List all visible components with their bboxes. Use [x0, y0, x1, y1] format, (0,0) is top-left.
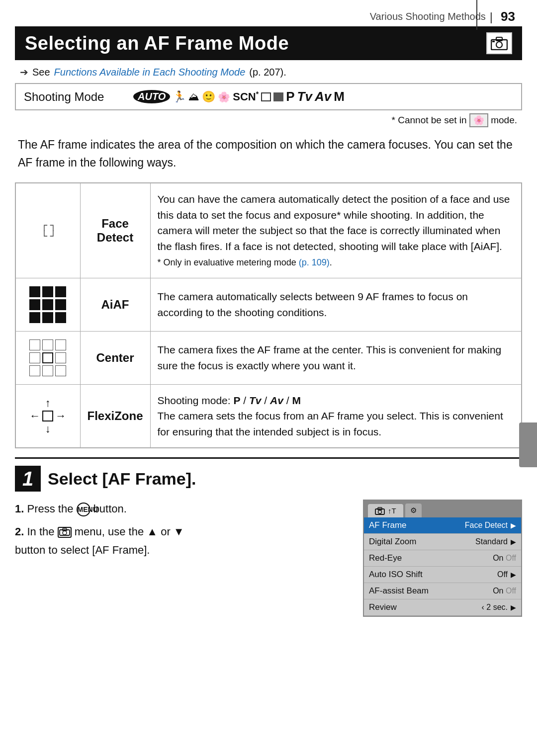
step-number: 1: [15, 466, 41, 492]
flexizone-desc: Shooting mode: P / Tv / Av / M The camer…: [150, 384, 522, 448]
mode-sq1: [261, 92, 271, 101]
cam-row-value: On Off: [493, 587, 516, 595]
table-row: ┌ ┐└ ┘ FaceDetect You can have the camer…: [15, 183, 522, 278]
page-header: Various Shooting Methods | 93: [0, 0, 537, 26]
mode-macro-icon: 🌸: [218, 91, 230, 103]
cam-menu-row-review: Review ‹ 2 sec. ▶: [364, 599, 521, 616]
aiaf-icon-cell: [15, 278, 80, 331]
cam-tab-label: ↑T: [388, 506, 396, 515]
camera-menu-screenshot: ↑T ⚙ AF Frame Face Detect ▶ Digital Zoom…: [363, 500, 522, 617]
camera-icon: [491, 36, 508, 50]
cam-row-label: AF Frame: [369, 520, 465, 530]
aiaf-grid-icon: [23, 286, 73, 323]
cam-row-label: AF-assist Beam: [369, 586, 493, 596]
face-detect-name: FaceDetect: [80, 183, 150, 278]
shooting-mode-row: Shooting Mode AUTO 🏃 ⛰ 🙂 🌸 SCN* P Tv Av …: [15, 83, 522, 110]
svg-point-5: [63, 531, 67, 535]
see-also-line: ➔ See Functions Available in Each Shooti…: [0, 60, 537, 83]
step-1-content: 1. Press the MENU button. 2. In the: [15, 500, 522, 617]
svg-point-1: [496, 42, 502, 48]
mode-p: P: [286, 89, 294, 104]
page-title: Selecting an AF Frame Mode: [25, 33, 289, 54]
cam-row-arrow: ▶: [511, 571, 516, 579]
see-also-prefix: See: [32, 67, 50, 78]
mode-auto-icon: AUTO: [133, 90, 170, 103]
center-grid-icon: [23, 339, 73, 376]
table-row: ↑ ← → ↓ FlexiZone Shooting mode: P / Tv …: [15, 384, 522, 448]
center-icon-cell: [15, 331, 80, 384]
face-detect-brackets: ┌ ┐└ ┘: [23, 220, 73, 242]
cam-menu-row-auto-iso: Auto ISO Shift Off ▶: [364, 567, 521, 583]
cam-tab-icon: [375, 507, 385, 515]
svg-rect-3: [492, 41, 495, 42]
cam-row-arrow: ▶: [511, 538, 516, 546]
cam-row-value: Face Detect: [465, 521, 508, 530]
mode-m: M: [334, 89, 345, 104]
flexizone-name: FlexiZone: [80, 384, 150, 448]
cam-menu-body: AF Frame Face Detect ▶ Digital Zoom Stan…: [364, 517, 521, 616]
table-row: AiAF The camera automatically selects be…: [15, 278, 522, 331]
cam-inactive-tab: ⚙: [405, 504, 422, 517]
step-instructions: 1. Press the MENU button. 2. In the: [15, 500, 348, 563]
see-also-suffix: (p. 207).: [249, 67, 286, 78]
cam-row-arrow: ▶: [511, 521, 516, 529]
center-desc: The camera fixes the AF frame at the cen…: [150, 331, 522, 384]
cam-row-value: Off: [497, 570, 508, 579]
cannot-mode-icon: 🌸: [469, 113, 488, 127]
flexizone-arrows-icon: ↑ ← → ↓: [23, 397, 73, 435]
camera-menu-icon-inline: [58, 527, 72, 538]
cam-row-value: Standard: [475, 537, 508, 546]
cam-row-value: ‹ 2 sec.: [482, 603, 508, 612]
section-label: Various Shooting Methods: [370, 11, 486, 22]
mode-sq2: [273, 92, 283, 101]
aiaf-desc: The camera automatically selects between…: [150, 278, 522, 331]
mode-run-icon: 🏃: [173, 90, 186, 103]
shooting-mode-label: Shooting Mode: [24, 90, 133, 104]
cam-menu-header: ↑T ⚙: [364, 501, 521, 517]
cam-active-tab: ↑T: [368, 504, 403, 517]
mode-portrait-icon: 🙂: [202, 90, 215, 103]
cannot-suffix: mode.: [491, 115, 517, 125]
cam-row-arrow: ▶: [511, 603, 516, 611]
page-number: 93: [501, 9, 515, 24]
face-detect-icon-cell: ┌ ┐└ ┘: [15, 183, 80, 278]
cannot-note: * Cannot be set in 🌸 mode.: [0, 110, 537, 127]
page-container: Various Shooting Methods | 93 Selecting …: [0, 0, 537, 756]
menu-button-icon: MENU: [77, 503, 90, 516]
right-tab: [519, 422, 537, 467]
flexizone-icon-cell: ↑ ← → ↓: [15, 384, 80, 448]
cam-row-label: Review: [369, 602, 482, 612]
cam-menu-row-af-frame: AF Frame Face Detect ▶: [364, 517, 521, 534]
cam-row-label: Digital Zoom: [369, 537, 475, 547]
face-detect-desc: You can have the camera automatically de…: [150, 183, 522, 278]
cam-menu-row-red-eye: Red-Eye On Off: [364, 550, 521, 567]
intro-text: The AF frame indicates the area of the c…: [18, 138, 513, 169]
top-vertical-rule: [476, 0, 477, 30]
af-frame-table: ┌ ┐└ ┘ FaceDetect You can have the camer…: [15, 182, 522, 448]
shooting-mode-icons: AUTO 🏃 ⛰ 🙂 🌸 SCN* P Tv Av M: [133, 89, 345, 104]
mode-mountain-icon: ⛰: [188, 90, 199, 103]
see-also-link[interactable]: Functions Available in Each Shooting Mod…: [54, 67, 246, 78]
cam-row-label: Auto ISO Shift: [369, 570, 497, 580]
center-name: Center: [80, 331, 150, 384]
cam-menu-row-digital-zoom: Digital Zoom Standard ▶: [364, 534, 521, 550]
camera-icon-box: [486, 32, 512, 54]
cam-row-value: On Off: [493, 554, 516, 563]
step-title: Select [AF Frame].: [48, 469, 196, 489]
title-bar: Selecting an AF Frame Mode: [15, 26, 522, 60]
table-row: Center The camera fixes the AF frame at …: [15, 331, 522, 384]
intro-paragraph: The AF frame indicates the area of the c…: [0, 127, 537, 176]
flexi-center-sq: [42, 411, 53, 421]
mode-av: Av: [315, 89, 331, 104]
mode-scn: SCN*: [233, 90, 259, 103]
step-1-header: 1 Select [AF Frame].: [15, 466, 522, 492]
cam-row-label: Red-Eye: [369, 553, 493, 563]
cannot-prefix: * Cannot be set in: [392, 115, 467, 125]
aiaf-name: AiAF: [80, 278, 150, 331]
svg-point-8: [378, 510, 382, 513]
see-also-arrow: ➔: [20, 66, 28, 78]
header-divider: |: [490, 10, 493, 24]
cam-menu-row-af-assist: AF-assist Beam On Off: [364, 583, 521, 599]
mode-tv: Tv: [297, 89, 312, 104]
step-1-section: 1 Select [AF Frame]. 1. Press the MENU b…: [15, 457, 522, 617]
